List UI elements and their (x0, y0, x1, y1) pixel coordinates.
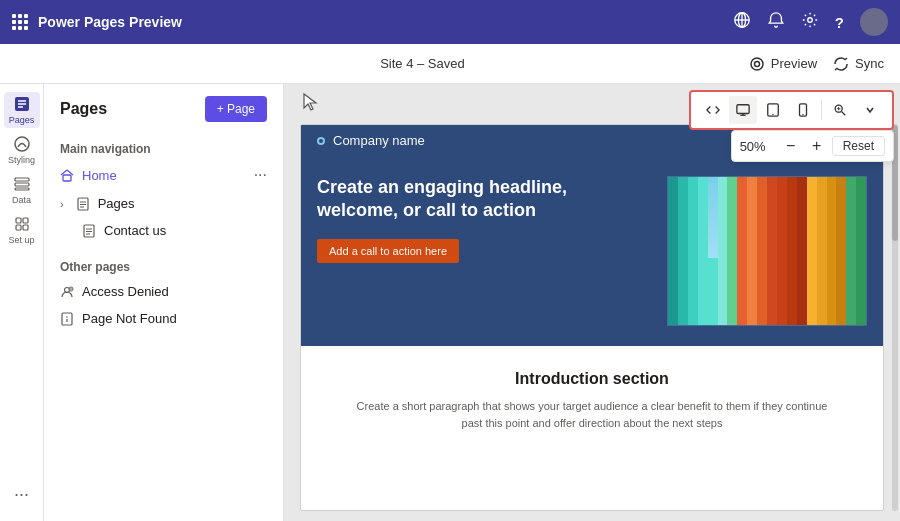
hero-image (667, 176, 867, 326)
canvas-area: 50% − + Reset Company name Create an eng… (284, 84, 900, 521)
nav-access-denied[interactable]: Access Denied (44, 278, 283, 305)
zoom-value: 50% (740, 139, 776, 154)
help-icon[interactable]: ? (835, 14, 844, 31)
icon-nav: Pages Styling Data Set up ··· (0, 84, 44, 521)
cursor-icon (300, 92, 320, 117)
nav-pages-item[interactable]: › Pages (44, 190, 283, 217)
sidebar-title: Pages (60, 100, 107, 118)
svg-rect-19 (63, 175, 71, 181)
intro-section: Introduction section Create a short para… (301, 346, 883, 455)
user-avatar[interactable] (860, 8, 888, 36)
other-pages-label: Other pages (44, 252, 283, 278)
more-icon[interactable]: ··· (6, 476, 37, 513)
nav-setup[interactable]: Set up (4, 212, 40, 248)
zoom-reset-button[interactable]: Reset (832, 136, 885, 156)
zoom-out-button[interactable]: − (780, 135, 802, 157)
sidebar: Pages + Page Main navigation Home ··· › … (44, 84, 284, 521)
hero-cta-button[interactable]: Add a call to action here (317, 239, 459, 263)
zoom-button[interactable] (826, 96, 854, 124)
nav-contact[interactable]: Contact us (44, 217, 283, 244)
chevron-right-icon: › (60, 198, 64, 210)
top-bar-left: Power Pages Preview (12, 14, 182, 30)
globe-icon[interactable] (733, 11, 751, 33)
svg-point-4 (808, 18, 813, 23)
top-bar-right: ? (733, 8, 888, 36)
sub-bar-actions: Preview Sync (749, 56, 884, 72)
bell-icon[interactable] (767, 11, 785, 33)
svg-point-5 (751, 58, 763, 70)
site-status: Site 4 – Saved (380, 56, 465, 71)
nav-styling[interactable]: Styling (4, 132, 40, 168)
main-layout: Pages Styling Data Set up ··· Pages + Pa… (0, 84, 900, 521)
company-dot-icon (317, 137, 325, 145)
preview-button[interactable]: Preview (749, 56, 817, 72)
desktop-view-button[interactable] (729, 96, 757, 124)
svg-rect-12 (15, 178, 29, 181)
main-nav-label: Main navigation (44, 134, 283, 160)
nav-page-not-found[interactable]: Page Not Found (44, 305, 283, 332)
svg-rect-34 (737, 105, 749, 114)
hero-text: Create an engaging headline, welcome, or… (317, 176, 651, 263)
gear-icon[interactable] (801, 11, 819, 33)
intro-text: Create a short paragraph that shows your… (352, 398, 832, 431)
svg-rect-16 (23, 218, 28, 223)
waffle-icon[interactable] (12, 14, 28, 30)
intro-title: Introduction section (321, 370, 863, 388)
zoom-in-button[interactable]: + (806, 135, 828, 157)
add-page-button[interactable]: + Page (205, 96, 267, 122)
app-title: Power Pages Preview (38, 14, 182, 30)
books-visual (668, 177, 866, 325)
home-more-icon[interactable]: ··· (254, 166, 267, 184)
svg-point-38 (772, 114, 773, 115)
mobile-view-button[interactable] (789, 96, 817, 124)
code-view-button[interactable] (699, 96, 727, 124)
top-bar: Power Pages Preview ? (0, 0, 900, 44)
company-name: Company name (333, 133, 425, 148)
preview-frame: Company name Create an engaging headline… (300, 124, 884, 511)
zoom-control: 50% − + Reset (731, 130, 894, 162)
nav-pages[interactable]: Pages (4, 92, 40, 128)
svg-rect-15 (16, 218, 21, 223)
svg-rect-17 (16, 225, 21, 230)
hero-headline: Create an engaging headline, welcome, or… (317, 176, 651, 223)
nav-data[interactable]: Data (4, 172, 40, 208)
svg-rect-18 (23, 225, 28, 230)
svg-point-40 (802, 114, 803, 115)
toolbar-divider (821, 100, 822, 120)
svg-point-6 (754, 61, 759, 66)
svg-rect-13 (15, 183, 29, 186)
canvas-toolbar (689, 90, 894, 130)
svg-line-42 (842, 112, 846, 116)
scrollbar[interactable] (892, 124, 898, 511)
nav-home[interactable]: Home ··· (44, 160, 283, 190)
sync-button[interactable]: Sync (833, 56, 884, 72)
sub-bar: Site 4 – Saved Preview Sync (0, 44, 900, 84)
hero-section: Create an engaging headline, welcome, or… (301, 156, 883, 346)
svg-rect-14 (15, 188, 29, 190)
sidebar-header: Pages + Page (44, 96, 283, 134)
tablet-view-button[interactable] (759, 96, 787, 124)
view-more-button[interactable] (856, 96, 884, 124)
